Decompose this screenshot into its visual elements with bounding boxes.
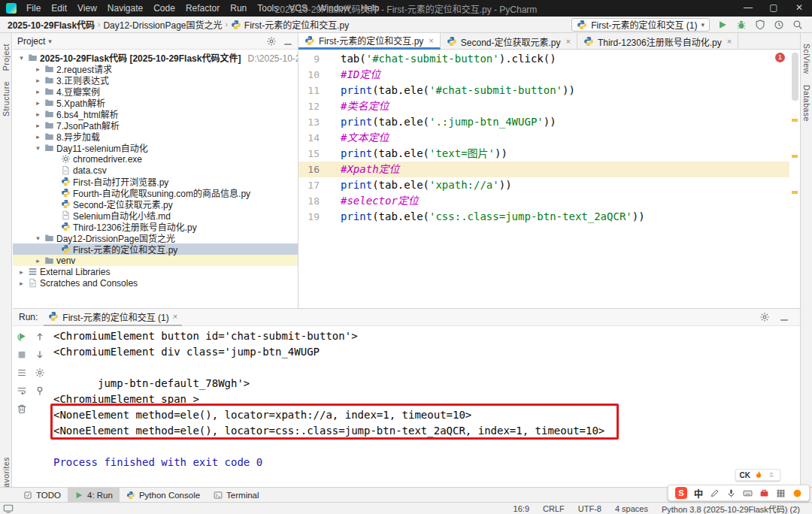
toolwindow-toggle-icon[interactable] xyxy=(3,503,14,514)
scrollbar-thumb[interactable] xyxy=(792,53,798,101)
tree-item[interactable]: ▸External Libraries xyxy=(13,266,298,277)
maximize-button[interactable]: ▢ xyxy=(761,0,786,17)
tree-item[interactable]: ▸venv xyxy=(13,255,298,266)
menu-item-file[interactable]: File xyxy=(21,0,46,17)
status-item[interactable]: 4 spaces xyxy=(615,504,648,513)
trash-icon[interactable] xyxy=(17,404,27,414)
tree-item[interactable]: ▸7.JsonPath解析 xyxy=(13,119,298,131)
tree-item[interactable]: ▾2025-10-29Flask代码 [2025-10-29Flask代码文件]… xyxy=(13,52,298,63)
editor-tab[interactable]: First-元素的定位和交互.py× xyxy=(298,33,441,50)
warning-stripe-mark[interactable] xyxy=(792,155,798,158)
tool-stripe-structure[interactable]: Structure xyxy=(2,81,11,116)
tree-right-arrow-icon[interactable]: ▸ xyxy=(34,77,42,84)
tree-item[interactable]: ▸Scratches and Consoles xyxy=(13,277,298,289)
status-item[interactable]: Python 3.8 (2025-10-29Flask代码) (2) xyxy=(662,503,800,514)
code-line[interactable]: 10#ID定位 xyxy=(298,67,789,83)
run-console[interactable]: <ChromiumElement button id='chat-submit-… xyxy=(49,326,800,487)
code-line[interactable]: 9tab('#chat-submit-button').click() xyxy=(298,51,789,67)
code-line[interactable]: 15print(tab.ele('text=图片')) xyxy=(298,146,789,162)
tree-right-arrow-icon[interactable]: ▸ xyxy=(34,99,42,107)
tree-right-arrow-icon[interactable]: ▸ xyxy=(34,133,42,141)
code-line[interactable]: 16#Xpath定位 xyxy=(298,162,789,177)
tree-item[interactable]: Second-定位获取元素.py xyxy=(13,198,298,210)
gear-icon[interactable] xyxy=(266,36,277,47)
tree-right-arrow-icon[interactable]: ▸ xyxy=(17,268,26,276)
menu-item-edit[interactable]: Edit xyxy=(46,0,72,17)
breadcrumb-item[interactable]: 2025-10-29Flask代码 xyxy=(8,18,95,31)
tree-item[interactable]: Third-12306注册账号自动化.py xyxy=(13,221,298,232)
editor-tab[interactable]: Second-定位获取元素.py× xyxy=(441,33,577,50)
coverage-button[interactable] xyxy=(753,18,767,32)
tree-right-arrow-icon[interactable]: ▸ xyxy=(34,65,42,73)
tree-item[interactable]: ▾Day12-DrissionPage国货之光 xyxy=(13,232,298,243)
warning-stripe-mark[interactable] xyxy=(792,119,798,122)
tree-item[interactable]: data.csv xyxy=(13,165,298,176)
editor-code[interactable]: 9tab('#chat-submit-button').click()10#ID… xyxy=(298,50,789,308)
menu-item-run[interactable]: Run xyxy=(225,0,252,17)
code-line[interactable]: 19print(tab.ele('css:.class=jump-btn-tex… xyxy=(298,209,789,225)
run-tab[interactable]: First-元素的定位和交互 (1) × xyxy=(44,309,182,326)
editor-scrollbar[interactable] xyxy=(789,50,800,308)
keyboard-icon[interactable] xyxy=(743,488,753,498)
sogou-logo-icon[interactable]: S xyxy=(675,487,687,499)
toolwindow-button-python-console[interactable]: Python Console xyxy=(120,488,207,502)
minimize-button[interactable]: — xyxy=(735,0,761,17)
tree-down-arrow-icon[interactable]: ▾ xyxy=(34,144,42,152)
menu-item-navigate[interactable]: Navigate xyxy=(102,0,148,17)
debug-button[interactable] xyxy=(735,18,748,32)
menu-item-view[interactable]: View xyxy=(72,0,102,17)
tree-item[interactable]: ▸5.Xpath解析 xyxy=(13,97,298,108)
gear-icon[interactable] xyxy=(759,312,770,322)
code-line[interactable]: 14#文本定位 xyxy=(298,130,789,146)
softwrap-icon[interactable] xyxy=(17,386,27,396)
tree-item[interactable]: First-元素的定位和交互.py xyxy=(13,243,298,255)
code-line[interactable]: 18#selector定位 xyxy=(298,193,789,209)
run-button[interactable] xyxy=(716,18,729,32)
tree-item[interactable]: Fourth-自动化爬取suning.com的商品信息.py xyxy=(13,187,298,198)
toolwindow-button-todo[interactable]: TODO xyxy=(17,488,68,502)
tree-item[interactable]: ▸2.request请求 xyxy=(13,63,298,74)
breadcrumb-item[interactable]: First-元素的定位和交互.py xyxy=(231,18,349,31)
tree-item[interactable]: ▾Day11-selenium自动化 xyxy=(13,142,298,153)
pin-icon[interactable] xyxy=(35,386,45,396)
collapse-arrows-icon[interactable] xyxy=(767,470,776,479)
menu-icon[interactable] xyxy=(17,367,27,378)
tool-stripe-project[interactable]: Project xyxy=(2,44,11,71)
tree-item[interactable]: ▸8.异步加载 xyxy=(13,131,298,142)
grid-icon[interactable] xyxy=(776,488,786,498)
toolbox-icon[interactable] xyxy=(759,488,769,498)
down-icon[interactable] xyxy=(35,349,45,360)
rerun-icon[interactable] xyxy=(17,331,27,342)
hide-icon[interactable] xyxy=(283,36,293,47)
hide-icon[interactable] xyxy=(779,312,789,322)
tree-right-arrow-icon[interactable]: ▸ xyxy=(34,110,42,118)
tree-down-arrow-icon[interactable]: ▾ xyxy=(34,234,42,242)
language-indicator[interactable]: 中 xyxy=(694,487,703,500)
code-line[interactable]: 13print(tab.ele('.:jump-btn_4WUGP')) xyxy=(298,114,789,130)
pen-icon[interactable] xyxy=(710,488,720,498)
code-line[interactable]: 17print(tab.ele('xpath://a')) xyxy=(298,177,789,193)
inspection-badge[interactable]: 1 xyxy=(775,53,785,62)
profiler-button[interactable] xyxy=(772,18,786,32)
close-icon[interactable]: × xyxy=(727,37,732,46)
status-item[interactable]: CRLF xyxy=(543,504,565,513)
project-panel-header[interactable]: Project ▾ xyxy=(13,33,298,50)
close-icon[interactable]: × xyxy=(429,36,433,45)
tool-stripe-database[interactable]: Database xyxy=(802,85,811,122)
mic-icon[interactable] xyxy=(726,488,736,498)
status-item[interactable]: UTF-8 xyxy=(578,504,601,513)
breadcrumb-item[interactable]: Day12-DrissionPage国货之光 xyxy=(103,18,222,31)
toolwindow-button-terminal[interactable]: Terminal xyxy=(207,488,265,502)
toolwindow-button-4-run[interactable]: 4: Run xyxy=(68,488,120,502)
tool-stripe-sciview[interactable]: SciView xyxy=(802,44,811,74)
search-button[interactable] xyxy=(791,18,804,32)
menu-item-refactor[interactable]: Refactor xyxy=(180,0,225,17)
tree-item[interactable]: ▸4.豆瓣案例 xyxy=(13,86,298,97)
ime-skin-badge[interactable]: CK xyxy=(735,469,780,481)
tree-item[interactable]: ▸3.正则表达式 xyxy=(13,74,298,86)
tree-right-arrow-icon[interactable]: ▸ xyxy=(34,88,42,95)
status-item[interactable]: 16:9 xyxy=(514,504,529,513)
stop-icon[interactable] xyxy=(17,349,27,360)
tree-right-arrow-icon[interactable]: ▸ xyxy=(17,280,26,287)
editor-tab[interactable]: Third-12306注册账号自动化.py× xyxy=(577,33,738,50)
